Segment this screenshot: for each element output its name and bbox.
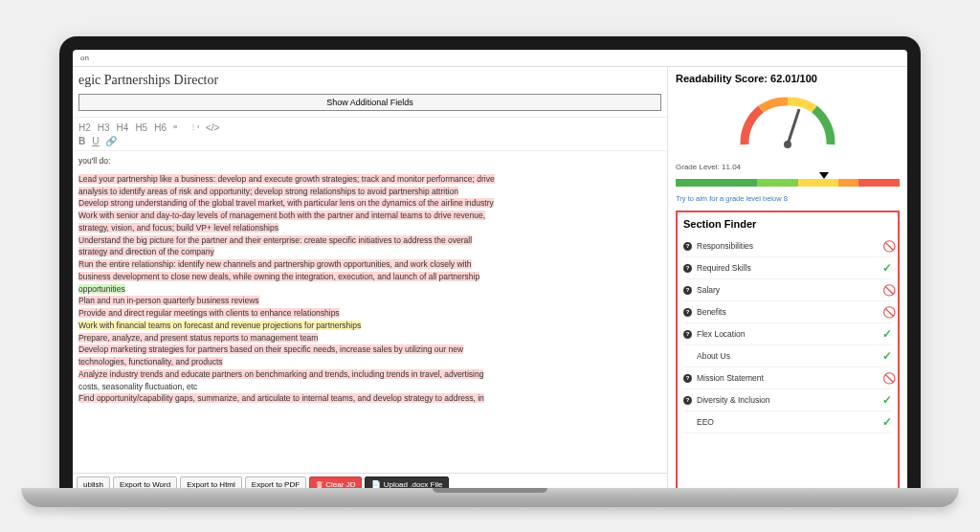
heading-h6-button[interactable]: H6 (154, 122, 167, 133)
laptop-base (21, 488, 959, 507)
section-finder-list: ?Responsibilities⃠?Required Skills✓?Sala… (683, 235, 892, 433)
section-finder-label: EEO (697, 417, 714, 427)
section-finder-item[interactable]: ?Benefits⃠ (683, 301, 892, 323)
gauge-icon (730, 92, 845, 151)
svg-point-3 (784, 141, 791, 148)
editor-body[interactable]: you'll do: Lead your partnership like a … (73, 151, 667, 473)
heading-h4-button[interactable]: H4 (117, 122, 129, 133)
help-icon[interactable]: ? (683, 330, 692, 339)
editor-line[interactable]: analysis to identify areas of risk and o… (78, 186, 661, 198)
check-icon: ✓ (882, 393, 892, 407)
editor-line[interactable]: Work with senior and day-to-day levels o… (78, 210, 661, 222)
section-finder-item[interactable]: ?Required Skills✓ (683, 257, 892, 279)
section-finder-item[interactable]: ?Flex Location✓ (683, 323, 892, 345)
check-icon: ✓ (882, 349, 892, 363)
help-icon[interactable]: ? (683, 242, 692, 251)
readability-score-title: Readability Score: 62.01/100 (676, 73, 900, 84)
editor-line[interactable]: Find opportunity/capability gaps, summar… (78, 392, 661, 405)
check-icon: ✓ (882, 415, 892, 429)
editor-line[interactable]: Lead your partnership like a business: d… (78, 173, 661, 186)
help-icon[interactable]: ? (683, 286, 692, 295)
editor-line[interactable]: Develop strong understanding of the glob… (78, 197, 661, 210)
editor-line[interactable]: Prepare, analyze, and present status rep… (78, 332, 661, 344)
content-row: egic Partnerships Director Show Addition… (73, 67, 907, 496)
grade-level-bar (676, 179, 900, 187)
check-icon: ✓ (882, 261, 892, 275)
editor-line[interactable]: Work with financial teams on forecast an… (78, 320, 661, 332)
editor-line[interactable]: Develop marketing strategies for partner… (78, 344, 661, 356)
help-icon[interactable]: ? (683, 374, 692, 383)
section-finder-item[interactable]: ?Diversity & Inclusion✓ (683, 389, 892, 411)
grade-pointer-icon (819, 172, 829, 179)
readability-gauge (676, 90, 900, 155)
intro-text: you'll do: (78, 155, 661, 167)
section-finder-label: Salary (697, 285, 720, 295)
underline-button[interactable]: U (92, 136, 99, 146)
heading-h5-button[interactable]: H5 (135, 122, 147, 133)
editor-line[interactable]: Analyze industry trends and educate part… (78, 368, 661, 381)
app-screen: on egic Partnerships Director Show Addit… (73, 50, 907, 496)
show-additional-fields-button[interactable]: Show Additional Fields (78, 94, 661, 111)
section-finder-label: Benefits (697, 307, 726, 317)
bullets-container: Lead your partnership like a business: d… (78, 173, 661, 405)
section-finder-item[interactable]: ?Mission Statement⃠ (683, 367, 892, 389)
section-finder-title: Section Finder (683, 218, 892, 230)
grade-tip-link[interactable]: Try to aim for a grade level below 8 (676, 194, 900, 203)
help-icon[interactable]: ? (683, 396, 692, 405)
editor-line[interactable]: business development to close new deals,… (78, 271, 661, 283)
top-bar: on (73, 50, 907, 67)
section-finder-label: Diversity & Inclusion (697, 395, 770, 405)
section-finder-label: Responsibilities (697, 241, 753, 251)
svg-line-2 (788, 109, 799, 144)
section-finder-label: Mission Statement (697, 373, 764, 383)
help-icon[interactable]: ? (683, 264, 692, 273)
section-finder-item[interactable]: ?EEO✓ (683, 411, 892, 433)
editor-line[interactable]: technologies, functionality, and product… (78, 356, 661, 368)
check-icon: ✓ (882, 327, 892, 341)
editor-line[interactable]: strategy and direction of the company (78, 246, 661, 258)
editor-panel: egic Partnerships Director Show Addition… (73, 67, 668, 496)
job-title: egic Partnerships Director (73, 67, 667, 92)
breadcrumb: on (80, 54, 89, 62)
bullet-list-button[interactable]: ⋮≡ (189, 122, 199, 133)
editor-line[interactable]: Understand the big picture for the partn… (78, 234, 661, 247)
numbered-list-button[interactable]: ≡ (173, 122, 183, 133)
section-finder-item[interactable]: ?Responsibilities⃠ (683, 235, 892, 257)
heading-h3-button[interactable]: H3 (98, 122, 110, 133)
section-finder-label: Required Skills (697, 263, 751, 273)
editor-line[interactable]: opportunities (78, 283, 661, 296)
editor-line[interactable]: Plan and run in-person quarterly busines… (78, 295, 661, 307)
link-button[interactable]: 🔗 (105, 136, 117, 146)
editor-line[interactable]: Run the entire relationship: identify ne… (78, 258, 661, 271)
svg-text:⋮≡: ⋮≡ (189, 122, 199, 131)
section-finder-panel: Section Finder ?Responsibilities⃠?Requir… (676, 211, 900, 490)
section-finder-item[interactable]: ?Salary⃠ (683, 279, 892, 301)
section-finder-label: Flex Location (697, 329, 746, 339)
editor-toolbar: H2 H3 H4 H5 H6 ≡ ⋮≡ </> B (73, 117, 667, 151)
section-finder-label: About Us (697, 351, 730, 361)
editor-line[interactable]: costs, seasonality fluctuation, etc (78, 381, 661, 393)
analysis-panel: Readability Score: 62.01/100 Grade Level… (668, 67, 907, 496)
help-icon[interactable]: ? (683, 308, 692, 317)
grade-level-label: Grade Level: 11.04 (676, 163, 900, 171)
section-finder-item[interactable]: ?About Us✓ (683, 345, 892, 367)
code-button[interactable]: </> (206, 122, 219, 133)
editor-line[interactable]: strategy, vision, and focus; build VP+ l… (78, 222, 661, 234)
editor-line[interactable]: Provide and direct regular meetings with… (78, 307, 661, 320)
heading-h2-button[interactable]: H2 (78, 122, 91, 133)
svg-text:≡: ≡ (173, 122, 178, 131)
laptop-frame: on egic Partnerships Director Show Addit… (59, 36, 921, 496)
bold-button[interactable]: B (78, 136, 85, 146)
